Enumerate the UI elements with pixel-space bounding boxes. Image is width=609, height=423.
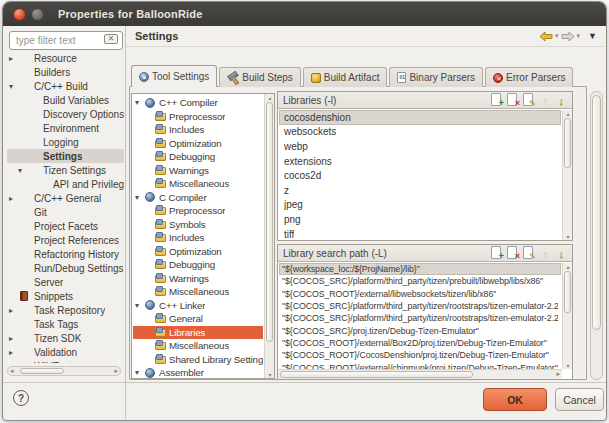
scroll-up-icon[interactable]: ▴	[563, 110, 573, 117]
sidebar-tree-item[interactable]: C/C++ Build	[7, 79, 124, 93]
tool-tree-item[interactable]: Optimization	[133, 137, 263, 151]
expander-icon[interactable]	[9, 348, 20, 357]
ok-button[interactable]: OK	[483, 388, 547, 411]
tool-tree-item[interactable]: Assembler	[133, 366, 263, 379]
library-list-item[interactable]: tiff	[279, 227, 561, 241]
library-list-item[interactable]: webp	[279, 139, 561, 154]
delete-item-icon[interactable]	[505, 93, 519, 106]
library-list-item[interactable]: cocos2d	[279, 168, 561, 183]
search-path-vertical-scrollbar[interactable]: ▴ ▾	[562, 263, 572, 369]
sidebar-tree-item[interactable]: Tizen SDK	[7, 331, 124, 345]
forward-history-dropdown-icon[interactable]: ▾	[577, 32, 581, 40]
scrollbar-thumb[interactable]	[280, 371, 473, 378]
library-list-item[interactable]: extensions	[279, 154, 561, 169]
close-button-icon[interactable]	[13, 8, 26, 21]
sidebar-tree-item[interactable]: Task Repository	[7, 303, 124, 317]
tool-tree-item[interactable]: Optimization	[133, 245, 263, 259]
search-path-item[interactable]: "${COCOS_SRC}/platform/third_party/tizen…	[279, 312, 561, 324]
edit-item-icon[interactable]	[521, 246, 535, 259]
sidebar-tree-item[interactable]: Project Facets	[7, 219, 124, 233]
tab[interactable]: Build Artifact	[303, 67, 388, 87]
sidebar-tree-item[interactable]: WikiText	[7, 359, 124, 363]
tool-tree-item[interactable]: C Compiler	[133, 191, 263, 205]
scrollbar-thumb[interactable]	[266, 102, 273, 342]
tool-tree-item[interactable]: Warnings	[133, 164, 263, 178]
expander-icon[interactable]	[135, 98, 145, 107]
sidebar-tree-item[interactable]: Build Variables	[7, 93, 124, 107]
titlebar[interactable]: Properties for BalloonRide	[3, 2, 606, 26]
search-path-item[interactable]: "${COCOS_ROOT}/external/Box2D/proj.tizen…	[279, 337, 561, 349]
move-up-icon[interactable]	[537, 93, 551, 106]
tool-tree-item[interactable]: Miscellaneous	[133, 177, 263, 191]
scroll-down-icon[interactable]: ▾	[563, 233, 573, 240]
sidebar-sash[interactable]	[125, 26, 126, 419]
library-list-item[interactable]: png	[279, 212, 561, 227]
tool-tree-item[interactable]: Miscellaneous	[133, 339, 263, 353]
view-menu-icon[interactable]: ▼	[588, 31, 597, 41]
expander-icon[interactable]	[135, 368, 145, 377]
tool-tree-item[interactable]: Preprocessor	[133, 110, 263, 124]
edit-item-icon[interactable]	[521, 93, 535, 106]
scroll-right-icon[interactable]: ▸	[556, 369, 560, 379]
search-path-item[interactable]: "${COCOS_SRC}/platform/third_party/tizen…	[279, 300, 561, 312]
scrollbar-thumb[interactable]	[564, 118, 571, 168]
tool-tree-item[interactable]: Symbols	[133, 218, 263, 232]
back-history-dropdown-icon[interactable]: ▾	[555, 32, 559, 40]
add-item-icon[interactable]	[489, 246, 503, 259]
tool-tree-item[interactable]: Preprocessor	[133, 204, 263, 218]
sidebar-tree-item[interactable]: Task Tags	[7, 317, 124, 331]
tab[interactable]: Binary Parsers	[389, 67, 483, 87]
expander-icon[interactable]	[9, 82, 20, 91]
clear-filter-icon[interactable]: ✕	[104, 34, 118, 44]
tool-tree-item[interactable]: General	[133, 312, 263, 326]
tool-tree-item[interactable]: Warnings	[133, 272, 263, 286]
tool-tree-item[interactable]: Miscellaneous	[133, 285, 263, 299]
tool-tree-item[interactable]: Libraries	[133, 326, 263, 340]
sidebar-tree-item[interactable]: Resource	[7, 51, 124, 65]
expander-icon[interactable]	[9, 194, 20, 203]
tab[interactable]: Tool Settings	[131, 65, 217, 87]
search-path-item[interactable]: "${COCOS_ROOT}/external/libwebsockets/ti…	[279, 288, 561, 300]
sidebar-tree-item[interactable]: Git	[7, 205, 124, 219]
move-down-icon[interactable]	[553, 246, 567, 259]
search-path-item[interactable]: "${COCOS_SRC}/platform/third_party/tizen…	[279, 275, 561, 287]
libraries-vertical-scrollbar[interactable]: ▴ ▾	[562, 110, 572, 240]
scroll-down-icon[interactable]: ▾	[265, 371, 275, 378]
scroll-down-icon[interactable]: ▾	[563, 362, 573, 369]
back-arrow-icon[interactable]	[539, 31, 553, 42]
sidebar-tree-item[interactable]: Validation	[7, 345, 124, 359]
forward-arrow-icon[interactable]	[561, 31, 575, 42]
sidebar-tree-item[interactable]: Discovery Options	[7, 107, 124, 121]
tool-tree-item[interactable]: Debugging	[133, 258, 263, 272]
search-path-item[interactable]: "${workspace_loc:/${ProjName}/lib}"	[279, 263, 561, 275]
scrollbar-thumb[interactable]	[564, 271, 571, 313]
sidebar-horizontal-scrollbar[interactable]: ◂ ▸	[7, 366, 121, 376]
tab[interactable]: Build Steps	[219, 67, 301, 87]
library-list-item[interactable]: cocosdenshion	[279, 110, 561, 125]
expander-icon[interactable]	[9, 306, 20, 315]
restore-button-icon[interactable]	[31, 8, 44, 21]
scrollbar-thumb[interactable]	[592, 95, 601, 330]
tool-tree-item[interactable]: C++ Compiler	[133, 96, 263, 110]
cancel-button[interactable]: Cancel	[555, 388, 604, 411]
add-item-icon[interactable]	[489, 93, 503, 106]
tool-tree-item[interactable]: Debugging	[133, 150, 263, 164]
scroll-up-icon[interactable]: ▴	[563, 263, 573, 270]
delete-item-icon[interactable]	[505, 246, 519, 259]
sidebar-tree-item[interactable]: Builders	[7, 65, 124, 79]
sidebar-tree-item[interactable]: Project References	[7, 233, 124, 247]
tool-tree-vertical-scrollbar[interactable]: ▴ ▾	[264, 94, 274, 378]
sidebar-tree-item[interactable]: Tizen Settings	[7, 163, 124, 177]
sidebar-tree-item[interactable]: Refactoring History	[7, 247, 124, 261]
tool-tree-item[interactable]: Shared Library Settings	[133, 353, 263, 367]
sidebar-tree-item[interactable]: Snippets	[7, 289, 124, 303]
expander-icon[interactable]	[9, 54, 20, 63]
sidebar-tree-item[interactable]: Environment	[7, 121, 124, 135]
library-list-item[interactable]: websockets	[279, 125, 561, 140]
tab[interactable]: Error Parsers	[485, 67, 573, 87]
expander-icon[interactable]	[18, 166, 29, 175]
sidebar-tree-item[interactable]: Server	[7, 275, 124, 289]
library-list-item[interactable]: z	[279, 183, 561, 198]
tool-tree-item[interactable]: Includes	[133, 231, 263, 245]
move-down-icon[interactable]	[553, 93, 567, 106]
